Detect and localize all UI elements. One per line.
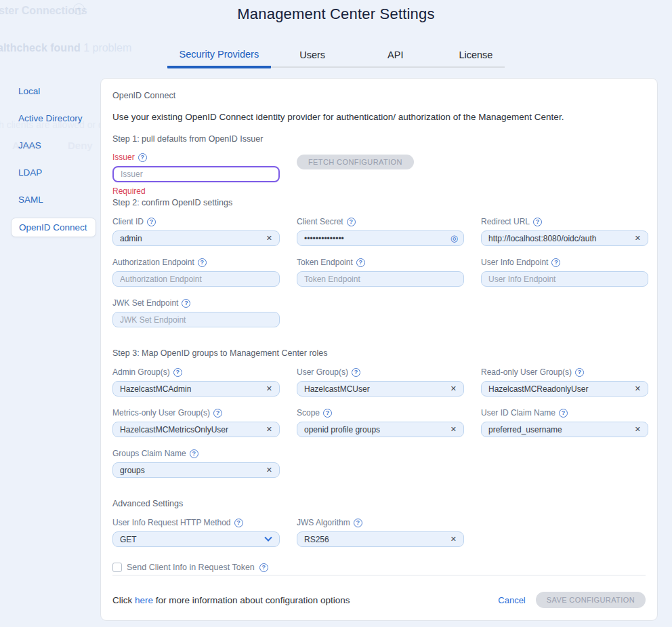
step3-title: Step 3: Map OpenID groups to Management … — [112, 348, 646, 358]
field-issuer: Issuer ? Required — [112, 153, 280, 196]
jwk-set-endpoint-input[interactable] — [113, 315, 274, 325]
field-client-id: Client ID? ✕ — [112, 217, 280, 246]
sidebar-item-local[interactable]: Local — [11, 82, 96, 100]
help-icon[interactable]: ? — [354, 519, 362, 527]
issuer-label: Issuer ? — [112, 153, 280, 162]
token-endpoint-input[interactable] — [297, 275, 458, 284]
step3-grid: Admin Group(s)? ✕ User Group(s)? ✕ Read-… — [112, 367, 646, 489]
help-icon[interactable]: ? — [182, 299, 190, 308]
field-admin-groups: Admin Group(s)? ✕ — [112, 367, 280, 397]
advanced-grid: User Info Request HTTP Method? GET JWS A… — [112, 518, 646, 559]
field-jwk-set-endpoint: JWK Set Endpoint? — [112, 298, 280, 327]
field-readonly-user-groups: Read-only User Group(s)? ✕ — [481, 367, 648, 397]
help-icon[interactable]: ? — [352, 368, 360, 377]
field-user-groups: User Group(s)? ✕ — [297, 367, 464, 397]
page-title: Management Center Settings — [0, 0, 672, 23]
eye-icon[interactable]: ◎ — [450, 234, 458, 243]
issuer-input-box — [112, 166, 280, 182]
tab-security-providers[interactable]: Security Providers — [167, 43, 272, 68]
advanced-settings-title: Advanced Settings — [112, 499, 646, 508]
help-icon[interactable]: ? — [575, 368, 584, 377]
sidebar-item-active-directory[interactable]: Active Directory — [11, 109, 96, 127]
help-icon[interactable]: ? — [347, 218, 356, 226]
step2-grid: Client ID? ✕ Client Secret? ◎ Redirect U… — [112, 217, 646, 339]
cancel-button[interactable]: Cancel — [498, 595, 525, 605]
user-id-claim-name-input[interactable] — [482, 425, 633, 434]
panel-footer: Click here for more information about co… — [112, 592, 646, 608]
sidebar-item-jaas[interactable]: JAAS — [11, 136, 96, 155]
field-user-id-claim-name: User ID Claim Name? ✕ — [481, 408, 648, 437]
tab-license[interactable]: License — [446, 44, 505, 66]
help-icon[interactable]: ? — [147, 218, 156, 226]
here-link[interactable]: here — [135, 595, 153, 605]
clear-icon[interactable]: ✕ — [449, 384, 458, 393]
openid-connect-panel: OpenID Connect Use your existing OpenID … — [100, 78, 658, 621]
help-icon[interactable]: ? — [173, 368, 182, 377]
authorization-endpoint-input[interactable] — [113, 275, 274, 284]
sidebar-item-saml[interactable]: SAML — [11, 190, 96, 209]
clear-icon[interactable]: ✕ — [633, 425, 642, 434]
field-metrics-only-user-groups: Metrics-only User Group(s)? ✕ — [112, 408, 280, 437]
clear-icon[interactable]: ✕ — [449, 535, 458, 544]
help-icon[interactable]: ? — [198, 258, 207, 267]
field-user-info-endpoint: User Info Endpoint? — [481, 258, 648, 287]
clear-icon[interactable]: ✕ — [265, 425, 274, 434]
issuer-input[interactable] — [114, 169, 273, 179]
sidebar-item-ldap[interactable]: LDAP — [11, 163, 96, 182]
clear-icon[interactable]: ✕ — [265, 466, 274, 474]
clear-icon[interactable]: ✕ — [633, 384, 642, 393]
panel-heading: OpenID Connect — [112, 91, 646, 100]
admin-groups-input[interactable] — [113, 384, 265, 394]
field-groups-claim-name: Groups Claim Name? ✕ — [112, 449, 280, 478]
issuer-required-error: Required — [112, 186, 280, 196]
send-client-info-row: Send Client Info in Request Token ? — [112, 563, 646, 572]
help-icon[interactable]: ? — [559, 409, 568, 418]
send-client-info-checkbox[interactable] — [112, 563, 122, 572]
fetch-configuration-button[interactable]: FETCH CONFIGURATION — [297, 155, 414, 169]
groups-claim-name-input[interactable] — [113, 466, 265, 475]
help-icon[interactable]: ? — [213, 409, 222, 418]
tab-api[interactable]: API — [375, 44, 415, 66]
footer-divider — [112, 575, 646, 575]
field-user-info-request-http-method: User Info Request HTTP Method? GET — [112, 518, 280, 547]
field-jws-algorithm: JWS Algorithm? ✕ — [297, 518, 464, 547]
sidebar-item-openid-connect[interactable]: OpenID Connect — [11, 218, 96, 237]
redirect-url-input[interactable] — [482, 234, 633, 243]
metrics-only-user-groups-input[interactable] — [113, 425, 265, 434]
http-method-value: GET — [113, 535, 266, 544]
help-icon[interactable]: ? — [138, 153, 147, 162]
client-id-input[interactable] — [113, 234, 265, 243]
clear-icon[interactable]: ✕ — [265, 234, 274, 243]
chevron-down-icon — [264, 533, 272, 541]
client-secret-input[interactable] — [297, 234, 450, 243]
field-redirect-url: Redirect URL? ✕ — [481, 217, 648, 246]
readonly-user-groups-input[interactable] — [482, 384, 633, 394]
help-icon[interactable]: ? — [259, 563, 268, 572]
save-configuration-button[interactable]: SAVE CONFIGURATION — [536, 592, 646, 608]
step2-title: Step 2: confirm OpenID settings — [112, 198, 646, 207]
user-info-endpoint-input[interactable] — [482, 275, 642, 284]
http-method-select[interactable]: GET — [112, 531, 280, 547]
security-providers-sidebar: Local Active Directory JAAS LDAP SAML Op… — [11, 82, 96, 246]
help-icon[interactable]: ? — [356, 258, 365, 267]
user-groups-input[interactable] — [297, 384, 449, 394]
issuer-row: Issuer ? Required FETCH CONFIGURATION — [112, 153, 646, 196]
step1-title: Step 1: pull defaults from OpenID Issuer — [112, 134, 646, 144]
help-icon[interactable]: ? — [190, 449, 198, 458]
help-icon[interactable]: ? — [533, 218, 542, 226]
clear-icon[interactable]: ✕ — [265, 384, 274, 393]
send-client-info-label: Send Client Info in Request Token — [127, 563, 255, 572]
scope-input[interactable] — [297, 425, 449, 434]
help-icon[interactable]: ? — [323, 409, 332, 418]
field-token-endpoint: Token Endpoint? — [297, 258, 464, 287]
clear-icon[interactable]: ✕ — [633, 234, 642, 243]
field-scope: Scope? ✕ — [297, 408, 464, 437]
help-icon[interactable]: ? — [234, 519, 243, 527]
help-icon[interactable]: ? — [551, 258, 560, 267]
jws-algorithm-input[interactable] — [297, 535, 449, 544]
tab-users[interactable]: Users — [287, 44, 337, 66]
panel-description: Use your existing OpenID Connect identit… — [112, 112, 646, 122]
clear-icon[interactable]: ✕ — [449, 425, 458, 434]
tab-bar: Security Providers Users API License — [0, 43, 672, 68]
field-authorization-endpoint: Authorization Endpoint? — [112, 258, 280, 287]
